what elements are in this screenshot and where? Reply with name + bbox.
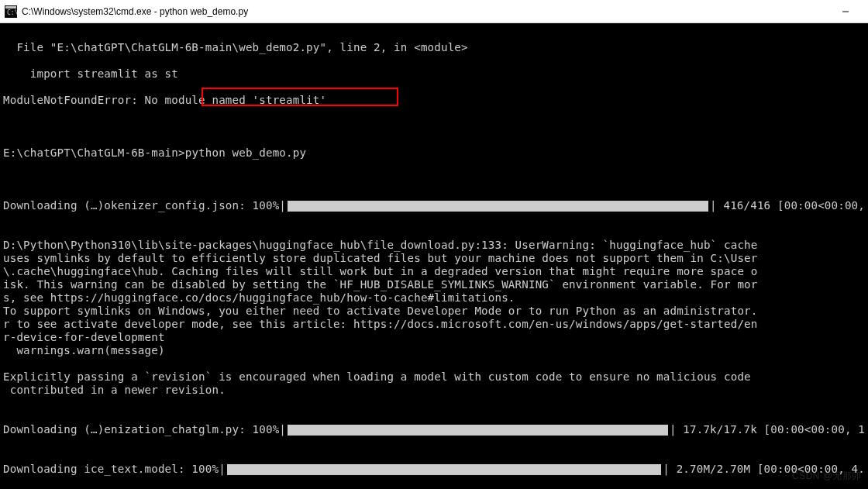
- window-title: C:\Windows\system32\cmd.exe - python web…: [22, 6, 248, 17]
- download-stats: 17.7k/17.7k [00:00<00:00, 1: [677, 423, 865, 436]
- traceback-file-line: File "E:\chatGPT\ChatGLM-6B-main\web_dem…: [3, 41, 865, 54]
- terminal-output[interactable]: File "E:\chatGPT\ChatGLM-6B-main\web_dem…: [0, 23, 868, 489]
- download-row-tokenizer-config: Downloading (…)okenizer_config.json: 100…: [3, 199, 865, 212]
- prompt-path: E:\chatGPT\ChatGLM-6B-main>: [3, 146, 185, 159]
- prompt-line: E:\chatGPT\ChatGLM-6B-main>python web_de…: [3, 146, 865, 160]
- minimize-button[interactable]: [828, 0, 863, 23]
- warning-block: D:\Python\Python310\lib\site-packages\hu…: [3, 239, 865, 357]
- pipe-char: |: [710, 199, 717, 212]
- download-label: Downloading (…)enization_chatglm.py: 100…: [3, 423, 279, 436]
- download-label: Downloading ice_text.model: 100%: [3, 463, 219, 476]
- window-controls: [828, 0, 863, 23]
- download-row-enization: Downloading (…)enization_chatglm.py: 100…: [3, 423, 865, 436]
- svg-text:C:\: C:\: [7, 9, 17, 16]
- progress-bar-full: [227, 464, 661, 475]
- pipe-char: |: [279, 199, 286, 212]
- watermark-text: CSDN @无那卯: [792, 470, 862, 483]
- progress-bar-full: [288, 425, 668, 436]
- blank-line: [3, 120, 865, 133]
- traceback-error-line: ModuleNotFoundError: No module named 'st…: [3, 94, 865, 107]
- cmd-icon: C:\: [5, 5, 17, 18]
- traceback-import-line: import streamlit as st: [3, 67, 865, 81]
- revision-msg-1: Explicitly passing a `revision` is encou…: [3, 370, 865, 397]
- prompt-command: python web_demo.py: [185, 146, 306, 159]
- progress-bar-full: [288, 201, 708, 212]
- download-row-ice-text: Downloading ice_text.model: 100%| | 2.70…: [3, 463, 865, 476]
- download-label: Downloading (…)okenizer_config.json: 100…: [3, 199, 279, 212]
- titlebar-left: C:\ C:\Windows\system32\cmd.exe - python…: [5, 5, 248, 18]
- window-titlebar[interactable]: C:\ C:\Windows\system32\cmd.exe - python…: [0, 0, 868, 23]
- svg-rect-1: [5, 6, 16, 9]
- download-stats: 416/416 [00:00<00:00,: [717, 199, 865, 212]
